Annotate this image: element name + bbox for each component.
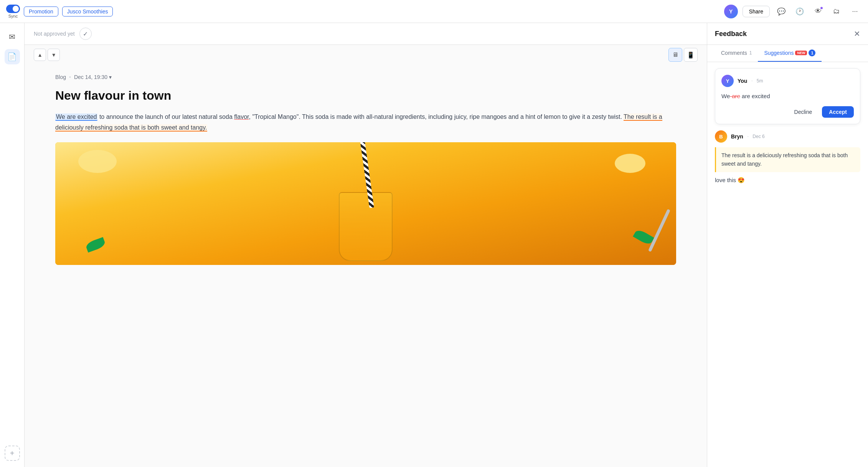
nav-up-button[interactable]: ▲ bbox=[34, 49, 46, 61]
toggle-knob bbox=[13, 6, 19, 12]
sidebar-item-mail[interactable]: ✉ bbox=[5, 29, 20, 44]
suggestion-strikethrough: -are bbox=[730, 93, 740, 99]
suggestion-user-avatar: Y bbox=[721, 75, 734, 87]
not-approved-label: Not approved yet bbox=[34, 31, 75, 37]
share-button[interactable]: Share bbox=[743, 6, 770, 17]
views-icon[interactable]: 👁 bbox=[811, 5, 825, 18]
feedback-content: Y You · 5m We-are are excited Decline Ac… bbox=[707, 62, 868, 467]
main-area: ✉ 📄 + Not approved yet ✓ ▲ ▼ 🖥 📱 Blog • bbox=[0, 23, 868, 467]
underlined-word: flavor bbox=[234, 113, 249, 120]
highlighted-text: We are excited bbox=[55, 113, 97, 121]
archive-icon[interactable]: 🗂 bbox=[830, 5, 843, 18]
blog-intro-text: to announce the launch of our latest nat… bbox=[55, 113, 662, 132]
tab-suggestions-label: Suggestions bbox=[764, 50, 794, 56]
comment-quoted-text: The result is a deliciously refreshing s… bbox=[715, 147, 860, 172]
new-badge: NEW bbox=[795, 51, 807, 55]
tab-suggestions-count: 1 bbox=[809, 49, 815, 56]
comment-icon[interactable]: 💬 bbox=[774, 5, 788, 18]
editor-toolbar: ▲ ▼ 🖥 📱 bbox=[25, 45, 707, 65]
comment-user-name: Bryn bbox=[731, 133, 743, 140]
suggestion-text: We-are are excited bbox=[721, 92, 854, 101]
approve-button[interactable]: ✓ bbox=[79, 28, 92, 40]
sync-section: Sync bbox=[6, 5, 20, 18]
feedback-header: Feedback ✕ bbox=[707, 23, 868, 45]
mango-illustration bbox=[55, 142, 676, 265]
project-tag[interactable]: Jusco Smoothies bbox=[62, 7, 113, 16]
glass-shape bbox=[339, 192, 393, 261]
comment-date: Dec 6 bbox=[752, 134, 764, 139]
blog-source: Blog bbox=[55, 74, 66, 80]
comment-header: B Bryn · Dec 6 bbox=[715, 130, 860, 143]
content-area: Not approved yet ✓ ▲ ▼ 🖥 📱 Blog • Dec 14… bbox=[25, 23, 707, 467]
suggestion-card-header: Y You · 5m bbox=[721, 75, 854, 87]
mango-slice-right bbox=[615, 154, 645, 173]
blog-image bbox=[55, 142, 676, 265]
toolbar-nav: ▲ ▼ bbox=[34, 49, 60, 61]
sidebar: ✉ 📄 + bbox=[0, 23, 25, 467]
blog-title: New flavour in town bbox=[55, 88, 676, 104]
spoon bbox=[648, 209, 670, 252]
topbar-right: Y Share 💬 🕐 👁 🗂 ··· bbox=[724, 5, 862, 18]
user-avatar[interactable]: Y bbox=[724, 5, 738, 18]
feedback-panel: Feedback ✕ Comments 1 Suggestions NEW 1 bbox=[707, 23, 868, 467]
comment-user-avatar: B bbox=[715, 130, 727, 143]
promotion-tag[interactable]: Promotion bbox=[24, 7, 58, 16]
comment-body: love this 😍 bbox=[715, 177, 860, 184]
decline-button[interactable]: Decline bbox=[788, 106, 818, 118]
history-icon[interactable]: 🕐 bbox=[793, 5, 807, 18]
sidebar-item-document[interactable]: 📄 bbox=[5, 49, 20, 64]
tab-comments-label: Comments bbox=[721, 50, 747, 56]
mobile-view-button[interactable]: 📱 bbox=[684, 48, 698, 62]
suggestion-card: Y You · 5m We-are are excited Decline Ac… bbox=[715, 68, 860, 124]
straw bbox=[359, 142, 374, 208]
notification-dot bbox=[820, 6, 823, 10]
view-toggles: 🖥 📱 bbox=[668, 48, 698, 62]
close-feedback-button[interactable]: ✕ bbox=[854, 29, 860, 38]
tab-suggestions[interactable]: Suggestions NEW 1 bbox=[758, 45, 822, 62]
feedback-tabs: Comments 1 Suggestions NEW 1 bbox=[707, 45, 868, 62]
suggestion-user-name: You bbox=[738, 78, 747, 84]
quoted-segment-text: The result is a deliciously refreshing s… bbox=[55, 113, 662, 132]
editor-scroll: Blog • Dec 14, 19:30 ▾ New flavour in to… bbox=[25, 65, 707, 467]
dropdown-chevron: ▾ bbox=[109, 74, 112, 80]
blog-body: We are excited to announce the launch of… bbox=[55, 112, 676, 133]
suggestion-original: We bbox=[721, 93, 730, 99]
topbar: Sync Promotion Jusco Smoothies Y Share 💬… bbox=[0, 0, 868, 23]
leaf-right bbox=[633, 228, 654, 246]
blog-meta: Blog • Dec 14, 19:30 ▾ bbox=[55, 74, 676, 80]
accept-button[interactable]: Accept bbox=[822, 106, 854, 118]
approval-bar: Not approved yet ✓ bbox=[25, 23, 707, 45]
feedback-title: Feedback bbox=[715, 30, 747, 38]
mango-slice-left bbox=[78, 150, 117, 173]
topbar-left: Sync Promotion Jusco Smoothies bbox=[6, 5, 113, 18]
comment-card: B Bryn · Dec 6 The result is a delicious… bbox=[715, 130, 860, 184]
sync-label: Sync bbox=[8, 14, 18, 18]
suggestion-time: 5m bbox=[757, 78, 763, 84]
more-options-icon[interactable]: ··· bbox=[848, 5, 862, 18]
blog-date-dropdown[interactable]: Dec 14, 19:30 ▾ bbox=[74, 74, 112, 80]
sidebar-add-button[interactable]: + bbox=[5, 446, 20, 461]
tab-comments[interactable]: Comments 1 bbox=[715, 45, 758, 61]
blog-date: Dec 14, 19:30 bbox=[74, 74, 107, 80]
desktop-view-button[interactable]: 🖥 bbox=[668, 48, 682, 62]
tab-suggestions-new: Suggestions NEW 1 bbox=[764, 49, 815, 56]
suggestion-card-actions: Decline Accept bbox=[721, 106, 854, 118]
nav-down-button[interactable]: ▼ bbox=[48, 49, 60, 61]
sync-toggle[interactable] bbox=[6, 5, 20, 13]
suggestion-replacement: are excited bbox=[742, 93, 770, 99]
tab-comments-count: 1 bbox=[749, 50, 752, 56]
leaf-left bbox=[85, 237, 106, 253]
